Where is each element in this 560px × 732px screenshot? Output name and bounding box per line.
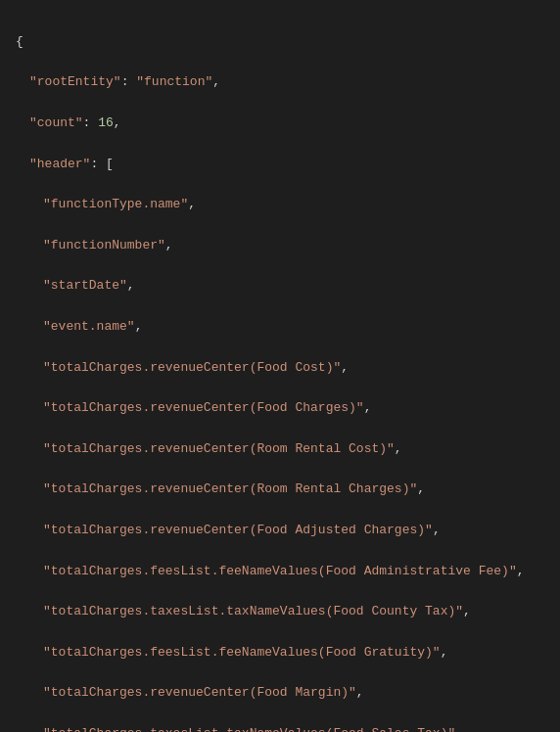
header-foodCost: "totalCharges.revenueCenter(Food Cost)" — [43, 360, 341, 375]
header-salesTax: "totalCharges.taxesList.taxNameValues(Fo… — [43, 726, 455, 732]
header-foodGratuity: "totalCharges.feesList.feeNameValues(Foo… — [43, 645, 441, 660]
header-functionNumber: "functionNumber" — [43, 238, 165, 252]
line-h1: "functionType.name", — [16, 195, 544, 215]
line-0: { — [16, 32, 544, 53]
header-eventName: "event.name" — [43, 319, 135, 334]
line-h6: "totalCharges.revenueCenter(Food Charges… — [16, 398, 544, 419]
line-h10: "totalCharges.feesList.feeNameValues(Foo… — [16, 562, 544, 582]
key-header: "header" — [29, 157, 90, 171]
line-count: "count": 16, — [16, 114, 544, 134]
val-rootEntity: "function" — [136, 74, 212, 89]
header-roomRentalCost: "totalCharges.revenueCenter(Room Rental … — [43, 441, 395, 456]
header-startDate: "startDate" — [43, 278, 127, 293]
line-h13: "totalCharges.revenueCenter(Food Margin)… — [16, 683, 544, 704]
header-foodAdjusted: "totalCharges.revenueCenter(Food Adjuste… — [43, 523, 433, 537]
header-roomRentalCharges: "totalCharges.revenueCenter(Room Rental … — [43, 481, 417, 496]
header-foodCharges: "totalCharges.revenueCenter(Food Charges… — [43, 400, 364, 415]
line-header: "header": [ — [16, 155, 544, 175]
line-h8: "totalCharges.revenueCenter(Room Rental … — [16, 480, 544, 500]
line-h3: "startDate", — [16, 276, 544, 297]
line-h7: "totalCharges.revenueCenter(Room Rental … — [16, 439, 544, 460]
key-count: "count" — [29, 115, 83, 130]
key-rootEntity: "rootEntity" — [29, 74, 121, 89]
line-h12: "totalCharges.feesList.feeNameValues(Foo… — [16, 643, 544, 663]
header-foodMargin: "totalCharges.revenueCenter(Food Margin)… — [43, 685, 356, 700]
json-viewer: { "rootEntity": "function", "count": 16,… — [16, 12, 544, 732]
line-h9: "totalCharges.revenueCenter(Food Adjuste… — [16, 521, 544, 541]
line-h11: "totalCharges.taxesList.taxNameValues(Fo… — [16, 602, 544, 622]
line-h4: "event.name", — [16, 317, 544, 338]
line-h5: "totalCharges.revenueCenter(Food Cost)", — [16, 358, 544, 379]
open-brace: { — [16, 34, 23, 49]
header-countyTax: "totalCharges.taxesList.taxNameValues(Fo… — [43, 604, 463, 618]
header-adminFee: "totalCharges.feesList.feeNameValues(Foo… — [43, 564, 517, 578]
val-count: 16 — [98, 115, 114, 130]
header-functionType: "functionType.name" — [43, 197, 188, 211]
line-h2: "functionNumber", — [16, 236, 544, 256]
line-h14: "totalCharges.taxesList.taxNameValues(Fo… — [16, 724, 544, 732]
line-root-entity: "rootEntity": "function", — [16, 72, 544, 93]
